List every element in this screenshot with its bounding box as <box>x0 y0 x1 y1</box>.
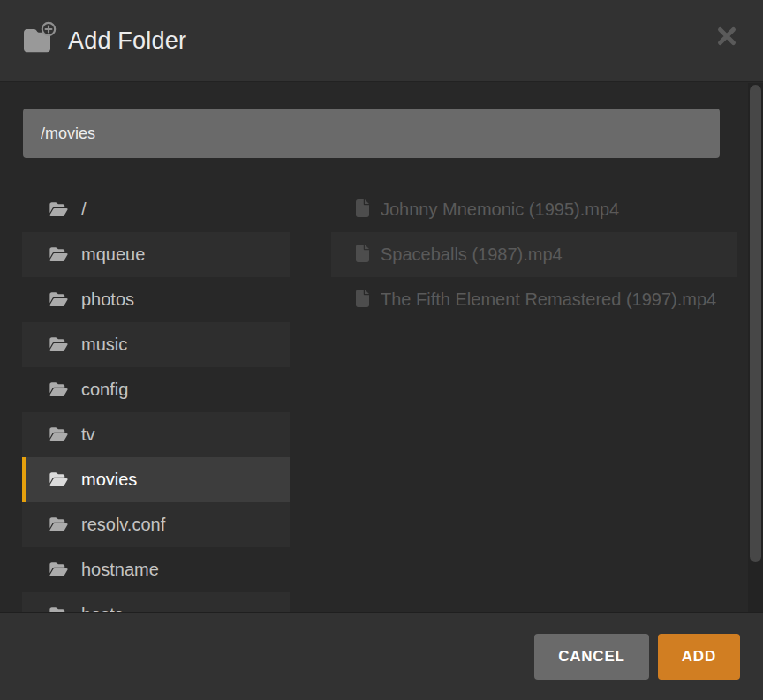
folder-name: music <box>81 335 127 354</box>
folder-name: mqueue <box>81 245 145 264</box>
file-icon <box>356 245 369 262</box>
folder-name: hosts <box>81 605 124 612</box>
folder-list-item[interactable]: hostname <box>22 547 290 592</box>
dialog-title: Add Folder <box>68 27 186 55</box>
folder-list-item[interactable]: photos <box>22 277 290 322</box>
dialog-header: Add Folder <box>0 0 763 82</box>
folder-list: / mqueue photos music config tv movies <box>22 187 290 612</box>
folder-name: photos <box>81 290 134 309</box>
file-icon <box>356 290 369 307</box>
file-list-item: Johnny Mnemonic (1995).mp4 <box>331 187 737 232</box>
folder-name: hostname <box>81 560 159 579</box>
folder-name: tv <box>81 425 95 444</box>
folder-name: movies <box>81 470 137 489</box>
folder-icon <box>49 561 69 577</box>
file-list-item: Spaceballs (1987).mp4 <box>331 232 737 277</box>
file-list-item: The Fifth Element Remastered (1997).mp4 <box>331 277 737 322</box>
folder-list-item[interactable]: mqueue <box>22 232 290 277</box>
cancel-button[interactable]: CANCEL <box>534 634 649 680</box>
file-icon <box>356 199 369 217</box>
folder-name: resolv.conf <box>81 515 165 534</box>
file-name: Johnny Mnemonic (1995).mp4 <box>381 199 619 219</box>
folder-icon <box>49 426 69 442</box>
folder-list-item[interactable]: music <box>22 322 290 367</box>
dialog-body: / mqueue photos music config tv movies <box>0 83 763 612</box>
add-folder-dialog: Add Folder / mqueue photos music <box>0 0 763 700</box>
scrollbar-track[interactable] <box>748 83 763 612</box>
close-icon <box>716 26 737 47</box>
folder-list-item[interactable]: resolv.conf <box>22 502 290 547</box>
folder-icon <box>49 246 69 262</box>
path-input[interactable] <box>23 109 720 158</box>
dialog-footer: CANCEL ADD <box>0 612 763 700</box>
file-list: Johnny Mnemonic (1995).mp4 Spaceballs (1… <box>331 187 737 322</box>
folder-icon <box>49 381 69 397</box>
folder-name: config <box>81 380 128 399</box>
folder-list-item[interactable]: config <box>22 367 290 412</box>
folder-icon <box>49 291 69 307</box>
folder-icon <box>49 516 69 532</box>
folder-name: / <box>81 199 87 219</box>
add-button[interactable]: ADD <box>658 634 740 680</box>
close-button[interactable] <box>714 23 740 49</box>
scrollbar-thumb[interactable] <box>750 85 761 562</box>
folder-list-item[interactable]: tv <box>22 412 290 457</box>
folder-icon <box>49 201 69 217</box>
folder-list-item[interactable]: movies <box>22 457 290 502</box>
folder-icon <box>49 471 69 487</box>
file-name: The Fifth Element Remastered (1997).mp4 <box>381 290 716 309</box>
file-browser: / mqueue photos music config tv movies <box>22 187 737 612</box>
folder-plus-icon <box>22 27 55 54</box>
folder-icon <box>49 336 69 352</box>
folder-list-item[interactable]: / <box>22 187 290 232</box>
folder-list-item[interactable]: hosts <box>22 592 290 612</box>
file-name: Spaceballs (1987).mp4 <box>381 245 563 264</box>
plus-badge-icon <box>41 21 57 37</box>
